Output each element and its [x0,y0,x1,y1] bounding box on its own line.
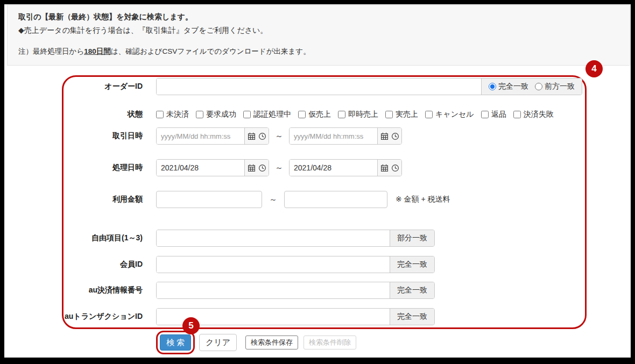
transaction-datetime-to-input[interactable] [290,128,377,144]
au-transaction-id-label: auトランザクションID [4,312,143,322]
search-button[interactable]: 検 索 [160,334,191,351]
free-item-label: 自由項目(1～3) [4,233,143,243]
page-frame: 取引の【最新（最終）状態】を対象に検索します。 ◆売上データの集計を行う場合は、… [4,4,631,358]
member-id-input[interactable] [157,256,390,273]
row-processing-datetime: 処理日時 ～ [4,159,402,176]
order-id-control: 完全一致 前方一致 [156,78,582,95]
calendar-icon[interactable] [380,132,389,140]
au-payment-info-no-input[interactable] [157,282,390,298]
clock-icon[interactable] [391,164,399,172]
info-line-2: ◆売上データの集計を行う場合は、『取引集計』タブをご利用ください。 [18,26,630,35]
info-note-emphasis: 180日間 [84,47,111,55]
match-prefix-radio[interactable]: 前方一致 [535,82,575,91]
processing-datetime-to-input[interactable] [290,160,377,176]
status-checkbox-3[interactable]: 仮売上 [298,110,331,119]
status-checkbox-0[interactable]: 未決済 [156,110,189,119]
transaction-datetime-label: 取引日時 [4,131,143,141]
member-id-label: 会員ID [4,260,143,269]
amount-to-input[interactable] [284,191,387,208]
free-item-input[interactable] [157,230,390,246]
annotation-badge-4: 4 [585,60,603,77]
free-item-match-label: 部分一致 [390,230,434,246]
member-id-match-label: 完全一致 [390,256,434,273]
order-id-input[interactable] [157,78,481,95]
processing-datetime-from-control [156,159,269,176]
row-member-id: 会員ID 完全一致 [4,256,435,273]
info-panel: 取引の【最新（最終）状態】を対象に検索します。 ◆売上データの集計を行う場合は、… [7,5,630,66]
info-line-1: 取引の【最新（最終）状態】を対象に検索します。 [18,12,630,22]
row-amount: 利用金額 ～ ※ 金額 + 税送料 [4,191,450,208]
row-order-id: オーダーID 完全一致 前方一致 [4,78,582,95]
amount-note: ※ 金額 + 税送料 [396,195,450,204]
status-checkbox-2[interactable]: 認証処理中 [243,110,291,119]
processing-datetime-label: 処理日時 [4,163,143,173]
row-transaction-datetime: 取引日時 ～ [4,127,402,145]
info-note-prefix: 注）最終処理日から [18,47,84,55]
amount-separator: ～ [269,195,277,205]
annotation-badge-5: 5 [182,317,200,334]
calendar-icon[interactable] [248,132,256,140]
transaction-datetime-to-pickers [377,128,401,144]
match-prefix-label: 前方一致 [545,82,575,91]
status-checkbox-6[interactable]: キャンセル [425,110,474,119]
processing-datetime-from-input[interactable] [157,160,244,176]
status-checkboxes: 未決済 要求成功 認証処理中 仮売上 即時売上 実売上 キャンセル 返品 決済失… [156,110,554,119]
processing-datetime-to-pickers [377,160,401,176]
status-checkbox-4[interactable]: 即時売上 [338,110,378,119]
au-payment-info-no-label: au決済情報番号 [4,286,143,295]
amount-from-input[interactable] [156,191,262,208]
save-conditions-button[interactable]: 検索条件保存 [245,336,298,349]
row-au-payment-info-no: au決済情報番号 完全一致 [4,282,435,299]
processing-datetime-to-control [289,159,402,176]
au-payment-info-no-match-label: 完全一致 [390,282,434,298]
processing-datetime-from-pickers [244,160,269,176]
transaction-datetime-to-control [289,127,402,145]
clock-icon[interactable] [258,132,266,140]
info-note-suffix: は、確認およびCSVファイルでのダウンロードが出来ます。 [111,47,311,55]
order-id-match-group: 完全一致 前方一致 [481,78,582,95]
order-id-label: オーダーID [4,82,143,91]
clock-icon[interactable] [391,132,399,140]
status-checkbox-1[interactable]: 要求成功 [196,110,236,119]
status-label: 状態 [4,110,143,119]
status-checkbox-8[interactable]: 決済失敗 [513,110,554,119]
calendar-icon[interactable] [380,164,389,172]
info-note: 注）最終処理日から180日間は、確認およびCSVファイルでのダウンロードが出来ま… [18,47,630,56]
member-id-control: 完全一致 [156,256,435,273]
row-au-transaction-id: auトランザクションID 完全一致 [4,308,435,325]
au-transaction-id-match-label: 完全一致 [390,309,434,325]
transaction-datetime-from-input[interactable] [157,128,244,144]
status-checkbox-7[interactable]: 返品 [481,110,506,119]
row-free-item: 自由項目(1～3) 部分一致 [4,230,435,247]
transaction-datetime-separator: ～ [275,131,283,141]
processing-datetime-separator: ～ [275,163,283,173]
match-exact-radio[interactable]: 完全一致 [489,82,528,91]
status-checkbox-5[interactable]: 実売上 [385,110,418,119]
free-item-control: 部分一致 [156,230,435,247]
calendar-icon[interactable] [248,164,256,172]
row-buttons: 検 索 クリア 検索条件保存 検索条件削除 [156,331,356,354]
amount-label: 利用金額 [4,195,143,204]
match-exact-label: 完全一致 [498,82,528,91]
au-payment-info-no-control: 完全一致 [156,282,435,299]
clear-button[interactable]: クリア [199,334,237,351]
transaction-datetime-from-pickers [244,128,269,144]
delete-conditions-button[interactable]: 検索条件削除 [304,336,356,349]
transaction-datetime-from-control [156,127,269,145]
row-status: 状態 未決済 要求成功 認証処理中 仮売上 即時売上 実売上 キャンセル 返品 … [4,109,554,120]
clock-icon[interactable] [258,164,266,172]
